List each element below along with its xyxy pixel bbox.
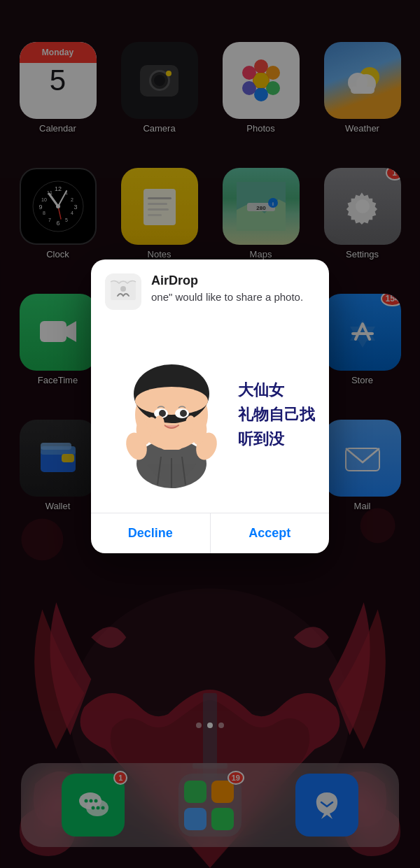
meme-line-2: 礼物自己找	[238, 402, 315, 427]
decline-button[interactable]: Decline	[91, 513, 211, 553]
meme-chinese-text: 大仙女 礼物自己找 听到没	[238, 378, 315, 452]
modal-image: 大仙女 礼物自己找 听到没	[91, 317, 329, 513]
modal-subtitle: one" would like to share a photo.	[151, 290, 303, 304]
svg-point-72	[135, 387, 208, 415]
svg-point-76	[180, 410, 187, 417]
svg-point-67	[120, 286, 126, 292]
modal-title: AirDrop	[151, 273, 303, 288]
modal-header: AirDrop one" would like to share a photo…	[91, 259, 329, 317]
meme-line-1: 大仙女	[238, 378, 315, 402]
accept-button[interactable]: Accept	[211, 513, 330, 553]
modal-text: AirDrop one" would like to share a photo…	[151, 273, 303, 304]
meme-container: 大仙女 礼物自己找 听到没	[91, 317, 329, 513]
modal-overlay[interactable]: AirDrop one" would like to share a photo…	[0, 0, 420, 868]
airdrop-modal: AirDrop one" would like to share a photo…	[91, 259, 329, 553]
meme-line-3: 听到没	[238, 427, 315, 451]
airdrop-icon	[105, 273, 141, 310]
modal-buttons: Decline Accept	[91, 513, 329, 553]
